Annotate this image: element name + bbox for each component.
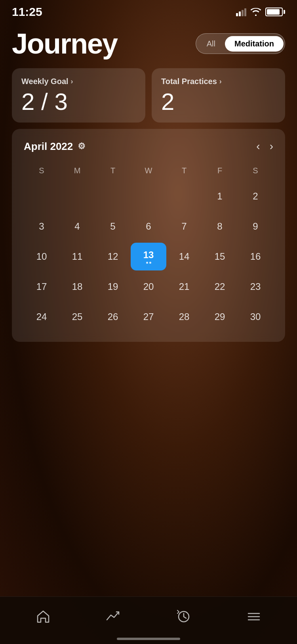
battery-icon (265, 8, 285, 16)
cal-day-empty (166, 182, 202, 210)
segment-meditation[interactable]: Meditation (225, 36, 284, 52)
wifi-icon (250, 8, 261, 16)
cal-day-27[interactable]: 27 (131, 303, 166, 331)
segment-all[interactable]: All (197, 36, 225, 52)
cal-day-24[interactable]: 24 (24, 303, 59, 331)
weekly-goal-chevron: › (71, 77, 73, 86)
cal-day-8[interactable]: 8 (202, 213, 238, 240)
calendar-month-title: April 2022 ⚙ (24, 140, 86, 153)
trending-icon (105, 609, 121, 625)
stats-row: Weekly Goal › 2 / 3 Total Practices › 2 (0, 64, 297, 126)
status-bar: 11:25 (0, 0, 297, 21)
next-month-button[interactable]: › (270, 140, 273, 153)
header: Journey All Meditation (0, 21, 297, 64)
day-header-tue: T (95, 164, 131, 178)
cal-day-9[interactable]: 9 (238, 213, 273, 240)
calendar-grid: 1 2 3 4 5 6 7 8 9 10 11 12 13 14 15 16 1… (24, 182, 273, 331)
settings-icon[interactable]: ⚙ (78, 141, 86, 151)
cal-day-empty (131, 182, 166, 210)
day-header-thu: T (166, 164, 202, 178)
prev-month-button[interactable]: ‹ (256, 140, 260, 153)
total-practices-label: Total Practices › (161, 77, 276, 86)
nav-home[interactable] (29, 605, 57, 629)
day-header-wed: W (131, 164, 166, 178)
cal-day-empty (59, 182, 95, 210)
page-title: Journey (12, 29, 117, 58)
nav-trending[interactable] (99, 605, 127, 629)
cal-day-12[interactable]: 12 (95, 243, 131, 270)
cal-day-26[interactable]: 26 (95, 303, 131, 331)
cal-day-20[interactable]: 20 (131, 273, 166, 301)
calendar-header: April 2022 ⚙ ‹ › (24, 140, 273, 153)
cal-day-28[interactable]: 28 (166, 303, 202, 331)
cal-day-4[interactable]: 4 (59, 213, 95, 240)
weekly-goal-value: 2 / 3 (21, 90, 136, 114)
cal-day-13[interactable]: 13 (131, 243, 166, 270)
cal-day-11[interactable]: 11 (59, 243, 95, 270)
calendar-card: April 2022 ⚙ ‹ › S M T W T F S 1 2 3 4 5… (12, 129, 285, 342)
cal-day-30[interactable]: 30 (238, 303, 273, 331)
home-indicator (117, 638, 180, 640)
segment-control[interactable]: All Meditation (196, 33, 285, 54)
cal-day-3[interactable]: 3 (24, 213, 59, 240)
history-icon (176, 609, 192, 625)
status-icons (236, 8, 285, 16)
cal-day-2[interactable]: 2 (238, 182, 273, 210)
cal-day-empty (24, 182, 59, 210)
cal-day-23[interactable]: 23 (238, 273, 273, 301)
cal-day-22[interactable]: 22 (202, 273, 238, 301)
day-header-fri: F (202, 164, 238, 178)
total-practices-chevron: › (219, 77, 222, 86)
day-header-sun: S (24, 164, 59, 178)
cal-day-17[interactable]: 17 (24, 273, 59, 301)
total-practices-value: 2 (161, 90, 276, 114)
cal-day-25[interactable]: 25 (59, 303, 95, 331)
nav-history[interactable] (170, 605, 198, 629)
cal-day-29[interactable]: 29 (202, 303, 238, 331)
cal-day-5[interactable]: 5 (95, 213, 131, 240)
cal-day-empty (95, 182, 131, 210)
status-time: 11:25 (12, 5, 42, 19)
calendar-nav: ‹ › (256, 140, 273, 153)
cal-day-14[interactable]: 14 (166, 243, 202, 270)
cal-day-7[interactable]: 7 (166, 213, 202, 240)
total-practices-card[interactable]: Total Practices › 2 (152, 68, 285, 123)
bottom-nav (0, 596, 297, 644)
weekly-goal-card[interactable]: Weekly Goal › 2 / 3 (12, 68, 145, 123)
home-icon (35, 609, 51, 625)
cal-day-1[interactable]: 1 (202, 182, 238, 210)
signal-icon (236, 8, 246, 16)
nav-menu[interactable] (240, 605, 268, 629)
day-header-sat: S (238, 164, 273, 178)
cal-day-19[interactable]: 19 (95, 273, 131, 301)
cal-day-6[interactable]: 6 (131, 213, 166, 240)
day-header-mon: M (59, 164, 95, 178)
cal-day-10[interactable]: 10 (24, 243, 59, 270)
menu-icon (246, 609, 262, 625)
day-dots (146, 262, 151, 264)
cal-day-21[interactable]: 21 (166, 273, 202, 301)
cal-day-15[interactable]: 15 (202, 243, 238, 270)
cal-day-18[interactable]: 18 (59, 273, 95, 301)
weekly-goal-label: Weekly Goal › (21, 77, 136, 86)
cal-day-16[interactable]: 16 (238, 243, 273, 270)
day-headers: S M T W T F S (24, 164, 273, 178)
